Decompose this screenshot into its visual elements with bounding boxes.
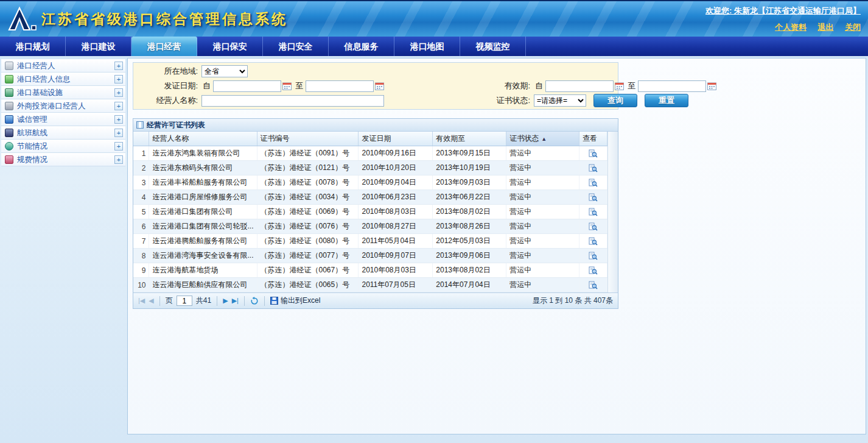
- issue-date-cell: 2010年08月03日: [359, 205, 433, 219]
- table-row[interactable]: 1 连云港东鸿集装箱有限公司 （苏连）港经证（0091）号 2010年09月16…: [133, 146, 607, 161]
- issue-date-cell: 2010年09月07日: [359, 249, 433, 263]
- sidebar-item-shipping-routes[interactable]: 航班航线: [1, 126, 125, 140]
- calendar-icon[interactable]: [707, 82, 716, 90]
- issue-date-cell: 2010年10月20日: [359, 161, 433, 175]
- issue-date-to-input[interactable]: [306, 80, 374, 92]
- page-number-input[interactable]: [177, 296, 192, 306]
- table-row[interactable]: 5 连云港港口集团有限公司 （苏连）港经证（0069）号 2010年08月03日…: [133, 205, 607, 219]
- valid-date-to-input[interactable]: [638, 80, 706, 92]
- valid-date-from-input[interactable]: [545, 80, 614, 92]
- sidebar-item-port-infrastructure[interactable]: 港口基础设施: [1, 86, 125, 99]
- expand-plus-icon[interactable]: [114, 75, 123, 83]
- sidebar-item-credit-management[interactable]: 诚信管理: [1, 113, 125, 126]
- operator-name-cell: 连云港港口房屋维修服务公司: [149, 190, 257, 205]
- col-operator-name[interactable]: 经营人名称: [149, 132, 257, 146]
- table-row[interactable]: 4 连云港港口房屋维修服务公司 （苏连）港经证（0034）号 2010年06月2…: [133, 190, 607, 205]
- reset-button[interactable]: 重置: [645, 94, 688, 107]
- cert-no-cell: （苏连）港经证（0076）号: [257, 219, 359, 234]
- view-detail-icon[interactable]: [589, 266, 598, 275]
- bar-chart-icon: [5, 88, 13, 97]
- table-row[interactable]: 3 连云港丰裕船舶服务有限公司 （苏连）港经证（0078）号 2010年09月0…: [133, 175, 607, 190]
- search-panel: 所在地域: 全省 发证日期: 自: [133, 62, 618, 110]
- cert-no-cell: （苏连）港经证（0080）号: [257, 234, 359, 249]
- issue-date-cell: 2011年05月04日: [359, 234, 433, 249]
- tab-port-construction[interactable]: 港口建设: [66, 37, 131, 56]
- calendar-icon[interactable]: [375, 82, 384, 90]
- tab-port-map[interactable]: 港口地图: [394, 37, 460, 56]
- expand-plus-icon[interactable]: [114, 115, 123, 124]
- tab-port-security[interactable]: 港口保安: [197, 37, 263, 56]
- view-detail-icon[interactable]: [589, 237, 598, 246]
- table-row[interactable]: 8 连云港港湾海事安全设备有限... （苏连）港经证（0077）号 2010年0…: [133, 249, 607, 263]
- table-row[interactable]: 7 连云港港腾船舶服务有限公司 （苏连）港经证（0080）号 2011年05月0…: [133, 234, 607, 249]
- next-page-button[interactable]: [223, 297, 228, 305]
- expand-plus-icon[interactable]: [114, 88, 123, 97]
- view-detail-icon[interactable]: [589, 149, 598, 158]
- view-detail-icon[interactable]: [589, 164, 598, 172]
- view-detail-icon[interactable]: [589, 222, 598, 231]
- refresh-icon[interactable]: [250, 297, 259, 305]
- view-detail-icon[interactable]: [589, 179, 598, 187]
- view-detail-icon[interactable]: [589, 193, 598, 202]
- top-header: 江苏省省级港口综合管理信息系统 欢迎您: 朱新龙【江苏省交通运输厅港口局】 个人…: [0, 0, 868, 37]
- calendar-icon[interactable]: [615, 82, 624, 90]
- row-number-cell: 3: [133, 175, 149, 190]
- expand-plus-icon[interactable]: [114, 102, 123, 110]
- main-nav: 港口规划 港口建设 港口经营 港口保安 港口安全 信息服务 港口地图 视频监控: [0, 37, 868, 56]
- view-cell: [579, 219, 607, 234]
- table-row[interactable]: 10 连云港海巨船舶供应有限公司 （苏连）港经证（0065）号 2011年07月…: [133, 278, 607, 292]
- operator-name-cell: 连云港港腾船舶服务有限公司: [149, 234, 257, 249]
- cert-status-cell: 营运中: [506, 190, 579, 205]
- expand-plus-icon[interactable]: [114, 62, 123, 70]
- col-valid-until[interactable]: 有效期至: [433, 132, 506, 146]
- tab-video-monitor[interactable]: 视频监控: [460, 37, 526, 56]
- col-cert-status[interactable]: 证书状态▲: [506, 132, 579, 146]
- operator-name-cell: 连云港东粮码头有限公司: [149, 161, 257, 175]
- view-detail-icon[interactable]: [589, 281, 598, 289]
- col-cert-no[interactable]: 证书编号: [257, 132, 359, 146]
- sidebar-item-port-operators[interactable]: 港口经营人: [1, 59, 125, 73]
- expand-plus-icon[interactable]: [114, 129, 123, 137]
- tab-info-service[interactable]: 信息服务: [329, 37, 394, 56]
- prev-page-button[interactable]: [149, 297, 153, 305]
- sidebar-item-fees[interactable]: 规费情况: [1, 153, 125, 166]
- expand-plus-icon[interactable]: [114, 142, 123, 151]
- table-row[interactable]: 6 连云港港口集团有限公司轮驳... （苏连）港经证（0076）号 2010年0…: [133, 219, 607, 234]
- cert-status-select[interactable]: =请选择=: [534, 94, 586, 107]
- logout-link[interactable]: 退出: [818, 23, 834, 32]
- sidebar-item-energy-saving[interactable]: 节能情况: [1, 140, 125, 153]
- panel-title: 经营许可证书列表: [147, 120, 205, 130]
- table-row[interactable]: 2 连云港东粮码头有限公司 （苏连）港经证（0121）号 2010年10月20日…: [133, 161, 607, 175]
- tab-port-operation[interactable]: 港口经营: [131, 37, 197, 56]
- sidebar-item-operator-info[interactable]: 港口经营人信息: [1, 73, 125, 86]
- validity-label: 有效期:: [456, 80, 534, 91]
- table-row[interactable]: 9 连云港海航基地货场 （苏连）港经证（0067）号 2010年08月03日 2…: [133, 263, 607, 278]
- cert-no-cell: （苏连）港经证（0065）号: [257, 278, 359, 292]
- cert-status-cell: 营运中: [506, 263, 579, 278]
- sidebar-item-foreign-investors[interactable]: 外商投资港口经营人: [1, 99, 125, 113]
- profile-link[interactable]: 个人资料: [775, 23, 807, 32]
- tab-port-safety[interactable]: 港口安全: [263, 37, 329, 56]
- view-detail-icon[interactable]: [589, 252, 598, 260]
- expand-plus-icon[interactable]: [114, 155, 123, 164]
- region-select[interactable]: 全省: [201, 65, 248, 77]
- last-page-button[interactable]: [232, 297, 239, 305]
- close-link[interactable]: 关闭: [845, 23, 861, 32]
- table-scrollbar[interactable]: [607, 132, 618, 292]
- first-page-button[interactable]: [138, 297, 145, 305]
- cert-no-cell: （苏连）港经证（0121）号: [257, 161, 359, 175]
- app-logo-icon: [6, 6, 38, 34]
- query-button[interactable]: 查询: [593, 94, 637, 107]
- issue-date-cell: 2010年09月04日: [359, 175, 433, 190]
- tab-port-planning[interactable]: 港口规划: [0, 37, 66, 56]
- record-count-summary: 显示 1 到 10 条 共 407条: [533, 296, 613, 306]
- col-issue-date[interactable]: 发证日期: [359, 132, 433, 146]
- operator-name-input[interactable]: [201, 95, 384, 107]
- export-excel-button[interactable]: 输出到Excel: [270, 296, 320, 306]
- view-detail-icon[interactable]: [589, 208, 598, 216]
- issue-date-from-input[interactable]: [213, 80, 281, 92]
- calendar-icon[interactable]: [282, 82, 292, 90]
- valid-until-cell: 2013年08月26日: [433, 219, 506, 234]
- valid-until-cell: 2013年09月15日: [433, 146, 506, 161]
- content-area: 所在地域: 全省 发证日期: 自: [127, 58, 866, 434]
